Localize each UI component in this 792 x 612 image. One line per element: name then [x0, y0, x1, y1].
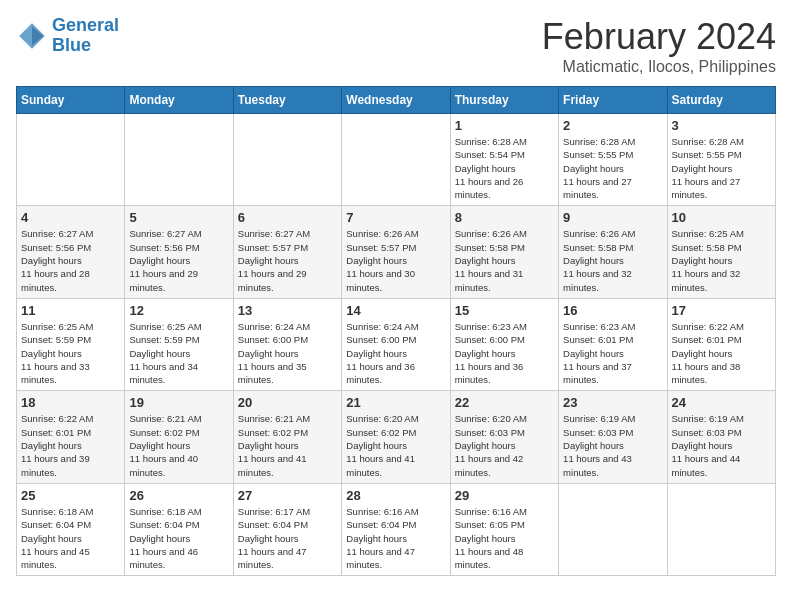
- logo-line2: Blue: [52, 35, 91, 55]
- calendar-cell: 24 Sunrise: 6:19 AM Sunset: 6:03 PM Dayl…: [667, 391, 775, 483]
- calendar-table: SundayMondayTuesdayWednesdayThursdayFrid…: [16, 86, 776, 576]
- day-number: 8: [455, 210, 554, 225]
- weekday-header-tuesday: Tuesday: [233, 87, 341, 114]
- month-title: February 2024: [542, 16, 776, 58]
- day-info: Sunrise: 6:17 AM Sunset: 6:04 PM Dayligh…: [238, 505, 337, 571]
- weekday-header-sunday: Sunday: [17, 87, 125, 114]
- day-number: 11: [21, 303, 120, 318]
- calendar-cell: 19 Sunrise: 6:21 AM Sunset: 6:02 PM Dayl…: [125, 391, 233, 483]
- day-info: Sunrise: 6:26 AM Sunset: 5:58 PM Dayligh…: [563, 227, 662, 293]
- calendar-cell: 1 Sunrise: 6:28 AM Sunset: 5:54 PM Dayli…: [450, 114, 558, 206]
- logo-line1: General: [52, 15, 119, 35]
- day-number: 18: [21, 395, 120, 410]
- day-number: 5: [129, 210, 228, 225]
- calendar-cell: 29 Sunrise: 6:16 AM Sunset: 6:05 PM Dayl…: [450, 483, 558, 575]
- calendar-cell: [667, 483, 775, 575]
- calendar-cell: 20 Sunrise: 6:21 AM Sunset: 6:02 PM Dayl…: [233, 391, 341, 483]
- header: General Blue February 2024 Maticmatic, I…: [16, 16, 776, 76]
- calendar-cell: [17, 114, 125, 206]
- calendar-cell: [342, 114, 450, 206]
- calendar-cell: [559, 483, 667, 575]
- location-title: Maticmatic, Ilocos, Philippines: [542, 58, 776, 76]
- day-info: Sunrise: 6:27 AM Sunset: 5:56 PM Dayligh…: [21, 227, 120, 293]
- logo-icon: [16, 20, 48, 52]
- day-info: Sunrise: 6:20 AM Sunset: 6:03 PM Dayligh…: [455, 412, 554, 478]
- calendar-cell: 16 Sunrise: 6:23 AM Sunset: 6:01 PM Dayl…: [559, 298, 667, 390]
- day-info: Sunrise: 6:22 AM Sunset: 6:01 PM Dayligh…: [21, 412, 120, 478]
- day-number: 2: [563, 118, 662, 133]
- calendar-cell: 12 Sunrise: 6:25 AM Sunset: 5:59 PM Dayl…: [125, 298, 233, 390]
- calendar-cell: 8 Sunrise: 6:26 AM Sunset: 5:58 PM Dayli…: [450, 206, 558, 298]
- calendar-cell: 26 Sunrise: 6:18 AM Sunset: 6:04 PM Dayl…: [125, 483, 233, 575]
- day-info: Sunrise: 6:24 AM Sunset: 6:00 PM Dayligh…: [346, 320, 445, 386]
- day-info: Sunrise: 6:18 AM Sunset: 6:04 PM Dayligh…: [129, 505, 228, 571]
- logo-text: General Blue: [52, 16, 119, 56]
- day-number: 15: [455, 303, 554, 318]
- day-number: 29: [455, 488, 554, 503]
- day-info: Sunrise: 6:19 AM Sunset: 6:03 PM Dayligh…: [672, 412, 771, 478]
- day-number: 26: [129, 488, 228, 503]
- day-number: 19: [129, 395, 228, 410]
- day-number: 22: [455, 395, 554, 410]
- day-number: 17: [672, 303, 771, 318]
- logo: General Blue: [16, 16, 119, 56]
- day-number: 4: [21, 210, 120, 225]
- calendar-cell: 25 Sunrise: 6:18 AM Sunset: 6:04 PM Dayl…: [17, 483, 125, 575]
- calendar-cell: 2 Sunrise: 6:28 AM Sunset: 5:55 PM Dayli…: [559, 114, 667, 206]
- calendar-cell: 14 Sunrise: 6:24 AM Sunset: 6:00 PM Dayl…: [342, 298, 450, 390]
- day-info: Sunrise: 6:27 AM Sunset: 5:57 PM Dayligh…: [238, 227, 337, 293]
- calendar-cell: 13 Sunrise: 6:24 AM Sunset: 6:00 PM Dayl…: [233, 298, 341, 390]
- calendar-cell: 15 Sunrise: 6:23 AM Sunset: 6:00 PM Dayl…: [450, 298, 558, 390]
- weekday-header-row: SundayMondayTuesdayWednesdayThursdayFrid…: [17, 87, 776, 114]
- calendar-week-3: 11 Sunrise: 6:25 AM Sunset: 5:59 PM Dayl…: [17, 298, 776, 390]
- calendar-cell: 10 Sunrise: 6:25 AM Sunset: 5:58 PM Dayl…: [667, 206, 775, 298]
- day-info: Sunrise: 6:16 AM Sunset: 6:04 PM Dayligh…: [346, 505, 445, 571]
- day-info: Sunrise: 6:23 AM Sunset: 6:01 PM Dayligh…: [563, 320, 662, 386]
- day-number: 9: [563, 210, 662, 225]
- day-info: Sunrise: 6:25 AM Sunset: 5:59 PM Dayligh…: [129, 320, 228, 386]
- day-info: Sunrise: 6:21 AM Sunset: 6:02 PM Dayligh…: [238, 412, 337, 478]
- calendar-cell: 18 Sunrise: 6:22 AM Sunset: 6:01 PM Dayl…: [17, 391, 125, 483]
- title-area: February 2024 Maticmatic, Ilocos, Philip…: [542, 16, 776, 76]
- calendar-cell: 7 Sunrise: 6:26 AM Sunset: 5:57 PM Dayli…: [342, 206, 450, 298]
- day-info: Sunrise: 6:27 AM Sunset: 5:56 PM Dayligh…: [129, 227, 228, 293]
- day-info: Sunrise: 6:24 AM Sunset: 6:00 PM Dayligh…: [238, 320, 337, 386]
- day-number: 6: [238, 210, 337, 225]
- day-number: 1: [455, 118, 554, 133]
- calendar-cell: [233, 114, 341, 206]
- day-info: Sunrise: 6:21 AM Sunset: 6:02 PM Dayligh…: [129, 412, 228, 478]
- day-number: 13: [238, 303, 337, 318]
- day-number: 14: [346, 303, 445, 318]
- calendar-week-4: 18 Sunrise: 6:22 AM Sunset: 6:01 PM Dayl…: [17, 391, 776, 483]
- day-info: Sunrise: 6:23 AM Sunset: 6:00 PM Dayligh…: [455, 320, 554, 386]
- day-info: Sunrise: 6:26 AM Sunset: 5:58 PM Dayligh…: [455, 227, 554, 293]
- calendar-cell: 17 Sunrise: 6:22 AM Sunset: 6:01 PM Dayl…: [667, 298, 775, 390]
- calendar-cell: 28 Sunrise: 6:16 AM Sunset: 6:04 PM Dayl…: [342, 483, 450, 575]
- calendar-cell: 3 Sunrise: 6:28 AM Sunset: 5:55 PM Dayli…: [667, 114, 775, 206]
- day-info: Sunrise: 6:18 AM Sunset: 6:04 PM Dayligh…: [21, 505, 120, 571]
- day-info: Sunrise: 6:28 AM Sunset: 5:55 PM Dayligh…: [563, 135, 662, 201]
- day-info: Sunrise: 6:26 AM Sunset: 5:57 PM Dayligh…: [346, 227, 445, 293]
- weekday-header-thursday: Thursday: [450, 87, 558, 114]
- calendar-week-5: 25 Sunrise: 6:18 AM Sunset: 6:04 PM Dayl…: [17, 483, 776, 575]
- day-number: 24: [672, 395, 771, 410]
- calendar-cell: 22 Sunrise: 6:20 AM Sunset: 6:03 PM Dayl…: [450, 391, 558, 483]
- day-info: Sunrise: 6:25 AM Sunset: 5:58 PM Dayligh…: [672, 227, 771, 293]
- weekday-header-monday: Monday: [125, 87, 233, 114]
- weekday-header-saturday: Saturday: [667, 87, 775, 114]
- calendar-week-1: 1 Sunrise: 6:28 AM Sunset: 5:54 PM Dayli…: [17, 114, 776, 206]
- day-info: Sunrise: 6:19 AM Sunset: 6:03 PM Dayligh…: [563, 412, 662, 478]
- day-number: 27: [238, 488, 337, 503]
- day-number: 25: [21, 488, 120, 503]
- calendar-cell: 4 Sunrise: 6:27 AM Sunset: 5:56 PM Dayli…: [17, 206, 125, 298]
- day-info: Sunrise: 6:20 AM Sunset: 6:02 PM Dayligh…: [346, 412, 445, 478]
- day-info: Sunrise: 6:22 AM Sunset: 6:01 PM Dayligh…: [672, 320, 771, 386]
- weekday-header-friday: Friday: [559, 87, 667, 114]
- day-number: 12: [129, 303, 228, 318]
- calendar-cell: 5 Sunrise: 6:27 AM Sunset: 5:56 PM Dayli…: [125, 206, 233, 298]
- day-info: Sunrise: 6:28 AM Sunset: 5:54 PM Dayligh…: [455, 135, 554, 201]
- calendar-cell: 11 Sunrise: 6:25 AM Sunset: 5:59 PM Dayl…: [17, 298, 125, 390]
- day-info: Sunrise: 6:28 AM Sunset: 5:55 PM Dayligh…: [672, 135, 771, 201]
- calendar-cell: 27 Sunrise: 6:17 AM Sunset: 6:04 PM Dayl…: [233, 483, 341, 575]
- calendar-week-2: 4 Sunrise: 6:27 AM Sunset: 5:56 PM Dayli…: [17, 206, 776, 298]
